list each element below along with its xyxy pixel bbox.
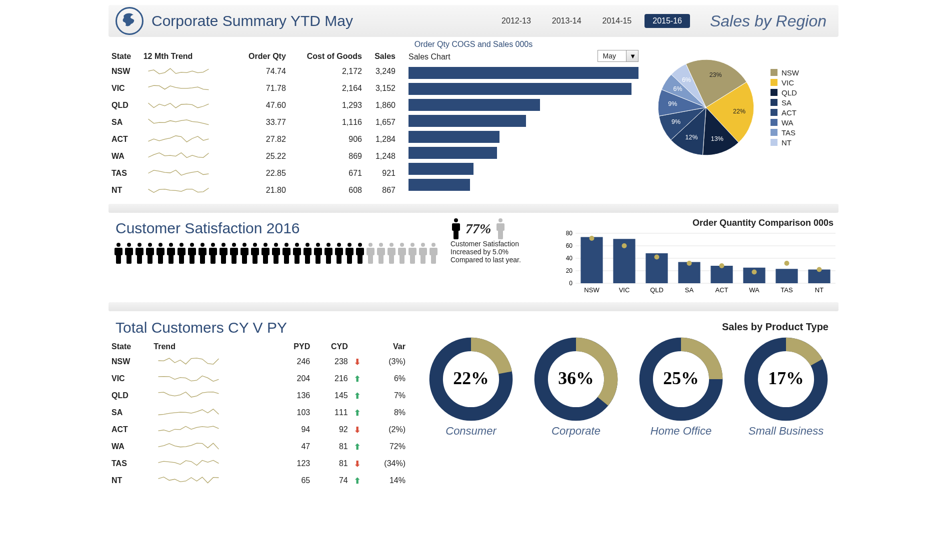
- col-cogs: Cost of Goods: [289, 50, 365, 63]
- person-icon: [495, 218, 506, 240]
- cell-qty: 74.74: [235, 63, 289, 80]
- month-select[interactable]: May ▼: [598, 50, 638, 62]
- oq-marker: [817, 267, 822, 272]
- person-icon: [366, 242, 376, 265]
- cell-var: 6%: [364, 370, 408, 387]
- cell-cogs: 2,172: [289, 63, 365, 80]
- legend-item: NSW: [770, 68, 799, 77]
- table-row: ACT 27.82 906 1,284: [108, 131, 398, 148]
- cell-sales: 1,248: [365, 148, 398, 165]
- pie-slice-label: 9%: [668, 100, 677, 107]
- table-row: TAS 22.85 671 921: [108, 165, 398, 182]
- page-title: Corporate Summary YTD May: [152, 12, 494, 29]
- region-pie: 23%22%13%12%9%9%6%6% NSWVICQLDSAACTWATAS…: [648, 50, 838, 165]
- col-qty: Order Qty: [235, 50, 289, 63]
- axis-label: TAS: [780, 286, 793, 294]
- sales-bar: [408, 82, 638, 96]
- donut: 25%Home Office: [638, 337, 724, 438]
- sales-bar: [408, 114, 638, 128]
- col-var: Var: [364, 340, 408, 353]
- cell-trend: [140, 63, 235, 80]
- person-icon: [418, 242, 428, 265]
- cell-cogs: 671: [289, 165, 365, 182]
- cell-state: NSW: [108, 353, 150, 370]
- person-icon: [324, 242, 334, 265]
- axis-tick: 0: [569, 280, 572, 287]
- person-icon: [156, 242, 166, 265]
- cell-state: WA: [108, 438, 150, 455]
- pie-slice-label: 6%: [674, 85, 682, 92]
- cell-qty: 33.77: [235, 114, 289, 131]
- oq-bar: [580, 237, 602, 284]
- legend-item: TAS: [770, 128, 799, 137]
- month-value: May: [598, 50, 626, 61]
- legend-item: WA: [770, 118, 799, 127]
- person-icon: [334, 242, 344, 265]
- legend-swatch: [770, 139, 778, 146]
- year-tab[interactable]: 2013-14: [544, 14, 590, 28]
- cell-cogs: 2,164: [289, 80, 365, 97]
- person-icon: [187, 242, 197, 265]
- cell-cyd: 74: [313, 472, 351, 489]
- table-row: NSW 246 238 ⬇ (3%): [108, 353, 408, 370]
- cell-trend: [150, 404, 276, 421]
- axis-label: NSW: [584, 286, 600, 294]
- cell-trend: [140, 165, 235, 182]
- header-bar: Corporate Summary YTD May 2012-132013-14…: [108, 5, 838, 37]
- donut-label: Small Business: [748, 425, 824, 438]
- cell-pyd: 246: [276, 353, 313, 370]
- person-icon: [282, 242, 292, 265]
- pie-slice-label: 23%: [710, 71, 722, 78]
- cell-qty: 27.82: [235, 131, 289, 148]
- axis-tick: 40: [566, 255, 573, 262]
- legend-swatch: [770, 79, 778, 86]
- product-type-donuts: Sales by Product Type 22%Consumer36%Corp…: [418, 316, 838, 438]
- year-tab[interactable]: 2015-16: [644, 14, 690, 28]
- cell-cogs: 1,116: [289, 114, 365, 131]
- donut-label: Consumer: [446, 425, 496, 438]
- person-icon: [271, 242, 281, 265]
- person-icon: [302, 242, 312, 265]
- table-row: VIC 71.78 2,164 3,152: [108, 80, 398, 97]
- cell-qty: 25.22: [235, 148, 289, 165]
- axis-tick: 20: [566, 267, 573, 274]
- cell-pyd: 204: [276, 370, 313, 387]
- sales-bar-chart: Sales Chart May ▼: [408, 50, 638, 194]
- dropdown-icon[interactable]: ▼: [626, 50, 638, 61]
- person-icon: [134, 242, 144, 265]
- person-icon: [450, 218, 462, 240]
- sales-bar: [408, 162, 638, 176]
- cell-sales: 3,249: [365, 63, 398, 80]
- year-tab[interactable]: 2014-15: [594, 14, 640, 28]
- axis-label: VIC: [619, 286, 630, 294]
- table-row: TAS 123 81 ⬇ (34%): [108, 455, 408, 472]
- donut: 17%Small Business: [744, 337, 828, 438]
- table-row: NT 65 74 ⬆ 14%: [108, 472, 408, 489]
- legend-swatch: [770, 69, 778, 76]
- sales-bar: [408, 178, 638, 192]
- col-pyd: PYD: [276, 340, 313, 353]
- legend-swatch: [770, 89, 778, 96]
- legend-swatch: [770, 119, 778, 126]
- table-row: WA 25.22 869 1,248: [108, 148, 398, 165]
- cell-cyd: 238: [313, 353, 351, 370]
- divider: [108, 302, 838, 311]
- sales-table: State 12 Mth Trend Order Qty Cost of Goo…: [108, 50, 398, 199]
- customers-table: Total Customers CY V PY State Trend PYD …: [108, 316, 408, 489]
- year-tabs: 2012-132013-142014-152015-16: [494, 14, 690, 28]
- cell-pyd: 94: [276, 421, 313, 438]
- cell-state: TAS: [108, 165, 140, 182]
- cell-sales: 867: [365, 182, 398, 199]
- oq-bar: [776, 269, 798, 283]
- person-icon: [428, 242, 438, 265]
- cell-state: QLD: [108, 387, 150, 404]
- year-tab[interactable]: 2012-13: [494, 14, 539, 28]
- cell-qty: 22.85: [235, 165, 289, 182]
- col-cyd: CYD: [313, 340, 351, 353]
- table-row: SA 33.77 1,116 1,657: [108, 114, 398, 131]
- pie-slice-label: 9%: [672, 118, 680, 125]
- donut-pct: 22%: [453, 368, 488, 388]
- cell-cogs: 869: [289, 148, 365, 165]
- arrow-up-icon: ⬆: [354, 392, 360, 400]
- person-icon: [260, 242, 270, 265]
